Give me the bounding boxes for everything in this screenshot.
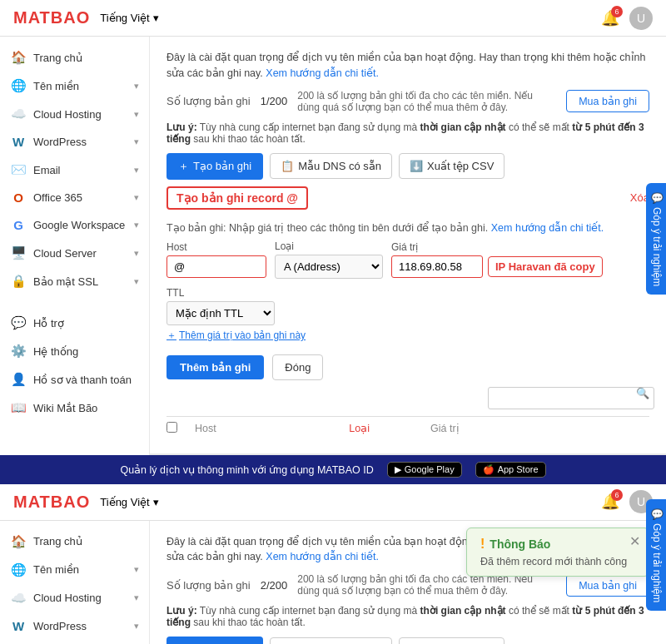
bell-icon-2[interactable]: 🔔 6 (601, 493, 619, 511)
sidebar-item-trang-chu[interactable]: 🏠 Trang chủ (0, 43, 149, 72)
create-record-btn-2[interactable]: ＋ Tạo bản ghi (166, 637, 263, 644)
sidebar-label-wiki: Wiki Mắt Bão (33, 402, 97, 414)
buy-btn-2[interactable]: Mua bản ghi (566, 574, 649, 597)
export-btn-1[interactable]: ⬇️ Xuất tệp CSV (399, 153, 504, 179)
count-label-1: Số lượng bản ghi (166, 95, 251, 107)
sidebar-item-he-thong[interactable]: ⚙️ Hệ thống (0, 337, 149, 365)
host-input-1[interactable] (166, 255, 266, 278)
feedback-btn-2[interactable]: 💬 Góp ý trải nghiệm (646, 499, 666, 611)
bell-icon[interactable]: 🔔 6 (601, 9, 619, 27)
th-type-red: Loại (349, 422, 422, 434)
top-header-2: MATBAO Tiếng Việt ▾ 🔔 6 U (0, 484, 666, 521)
chevron-down-icon: ▾ (134, 136, 139, 147)
logo-2: MATBAO (13, 493, 90, 512)
chevron-down-icon: ▾ (134, 276, 139, 287)
chevron-down-icon: ▾ (134, 192, 139, 203)
sidebar-2: 🏠 Trang chủ 🌐 Tên miền ▾ ☁️ Cloud Hostin… (0, 521, 150, 645)
value-input-1[interactable] (391, 255, 483, 278)
sidebar-item-cloud-server[interactable]: 🖥️ Cloud Server ▾ (0, 239, 149, 267)
buy-btn-1[interactable]: Mua bản ghi (566, 90, 649, 112)
avatar[interactable]: U (629, 7, 653, 30)
form-guide-link-1[interactable]: Xem hướng dẫn chi tiết. (491, 222, 604, 234)
main-panel-1: Đây là cài đặt quan trọng để dịch vụ tên… (150, 37, 666, 455)
guide-link-2[interactable]: Xem hướng dẫn chi tiết. (266, 551, 379, 562)
sidebar-label-office365: Office 365 (33, 191, 82, 204)
close-toast-icon[interactable]: ✕ (629, 533, 640, 549)
add-value-link-1[interactable]: ＋ Thêm giá trị vào bản ghi này (166, 329, 306, 343)
sidebar-item-ten-mien[interactable]: 🌐 Tên miền ▾ (0, 72, 149, 100)
sidebar2-item-ten-mien[interactable]: 🌐 Tên miền ▾ (0, 556, 149, 584)
profile-icon: 👤 (10, 372, 27, 387)
sidebar-label-cloud-hosting: Cloud Hosting (33, 108, 102, 121)
lang-selector-2[interactable]: Tiếng Việt ▾ (100, 496, 158, 508)
mid-banner: Quản lý dịch vụ thông minh với ứng dụng … (0, 455, 666, 484)
sidebar-item-wiki[interactable]: 📖 Wiki Mắt Bão (0, 394, 149, 422)
sidebar-item-cloud-hosting[interactable]: ☁️ Cloud Hosting ▾ (0, 100, 149, 128)
sidebar2-item-email[interactable]: ✉️ Email ▾ (0, 640, 149, 645)
sidebar2-item-cloud-hosting[interactable]: ☁️ Cloud Hosting ▾ (0, 584, 149, 612)
google-play-badge[interactable]: ▶ Google Play (387, 462, 462, 478)
template-btn-2[interactable]: 📋 Mẫu DNS có sẵn (270, 637, 392, 645)
check-all-1[interactable] (166, 422, 177, 433)
count-value-2: 2/200 (261, 579, 288, 592)
form-create-label-1: Tạo bản ghi: Nhập giá trị theo các thông… (166, 221, 649, 234)
home-icon: 🏠 (10, 50, 27, 65)
search-input-1[interactable] (488, 387, 654, 409)
value-label-1: Giá trị (391, 241, 649, 253)
sidebar-1: 🏠 Trang chủ 🌐 Tên miền ▾ ☁️ Cloud Hostin… (0, 37, 150, 455)
template-btn-1[interactable]: 📋 Mẫu DNS có sẵn (270, 153, 392, 179)
export-btn-2[interactable]: ⬇️ Xuất tệp CSV (399, 637, 504, 645)
close-btn-1[interactable]: Đóng (272, 354, 323, 380)
domain-icon-2: 🌐 (10, 562, 27, 577)
gear-icon: ⚙️ (10, 344, 27, 359)
export-icon: ⬇️ (410, 160, 423, 172)
sidebar-label-bao-mat-ssl: Bảo mật SSL (33, 275, 98, 288)
chevron-down-icon-s2-2: ▾ (134, 592, 139, 603)
feedback-btn-1[interactable]: 💬 Góp ý trải nghiệm (646, 183, 666, 295)
wiki-icon: 📖 (10, 400, 27, 415)
sidebar-item-ho-so[interactable]: 👤 Hồ sơ và thanh toán (0, 365, 149, 394)
ttl-select-1[interactable]: Mặc định TTL (166, 301, 275, 325)
sidebar-item-email[interactable]: ✉️ Email ▾ (0, 156, 149, 184)
bell-badge: 6 (611, 6, 623, 17)
sidebar-label-cloud-server: Cloud Server (33, 247, 97, 260)
chat-icon-2: 💬 (651, 508, 663, 520)
wordpress-icon-2: W (10, 619, 27, 633)
sidebar-item-wordpress[interactable]: W WordPress ▾ (0, 128, 149, 156)
add-record-btn-1[interactable]: Thêm bản ghi (166, 355, 264, 379)
sidebar-item-office365[interactable]: O Office 365 ▾ (0, 184, 149, 211)
sidebar2-label-wordpress: WordPress (33, 620, 87, 632)
dns-header-info-1: Đây là cài đặt quan trọng để dịch vụ tên… (166, 50, 649, 82)
ssl-icon: 🔒 (10, 274, 27, 289)
office-icon: O (10, 191, 27, 205)
wordpress-icon: W (10, 135, 27, 149)
logo-1: MATBAO (13, 8, 90, 27)
note-row-1: Lưu ý: Tùy nhà cung cấp internet bạn đan… (166, 121, 649, 145)
sidebar-item-ho-tro[interactable]: 💬 Hỗ trợ (0, 309, 149, 337)
sidebar2-item-trang-chu[interactable]: 🏠 Trang chủ (0, 528, 149, 556)
create-record-btn-1[interactable]: ＋ Tạo bản ghi (166, 153, 263, 180)
chat-icon: 💬 (651, 191, 663, 204)
chevron-down-icon: ▾ (153, 12, 159, 24)
th-value-1: Giá trị (430, 422, 649, 434)
sidebar-label-ho-tro: Hỗ trợ (33, 317, 64, 329)
note-row-2: Lưu ý: Tùy nhà cung cấp internet bạn đan… (166, 605, 649, 628)
sidebar-item-bao-mat-ssl[interactable]: 🔒 Bảo mật SSL ▾ (0, 267, 149, 295)
chevron-down-icon: ▾ (134, 220, 139, 230)
th-check-1 (166, 422, 186, 435)
lang-selector-1[interactable]: Tiếng Việt ▾ (100, 12, 158, 24)
guide-link-1[interactable]: Xem hướng dẫn chi tiết. (266, 67, 379, 79)
app-store-badge[interactable]: 🍎 App Store (475, 462, 546, 478)
record-at-label: Tạo bản ghi record @ (166, 186, 308, 210)
google-icon: G (10, 218, 27, 232)
sidebar-item-google-workspace[interactable]: G Google Workspace ▾ (0, 211, 149, 239)
toast-icon: ! (480, 537, 485, 552)
bell-badge-2: 6 (611, 489, 623, 501)
sidebar2-item-wordpress[interactable]: W WordPress ▾ (0, 612, 149, 640)
chevron-down-icon: ▾ (134, 165, 139, 176)
type-select-1[interactable]: A (Address) (275, 255, 383, 279)
count-label-2: Số lượng bản ghi (166, 579, 251, 592)
toast-body: Đã thêm record mới thành công (480, 555, 635, 567)
ttl-label-1: TTL (166, 287, 275, 299)
sidebar-label-ten-mien: Tên miền (33, 80, 79, 92)
